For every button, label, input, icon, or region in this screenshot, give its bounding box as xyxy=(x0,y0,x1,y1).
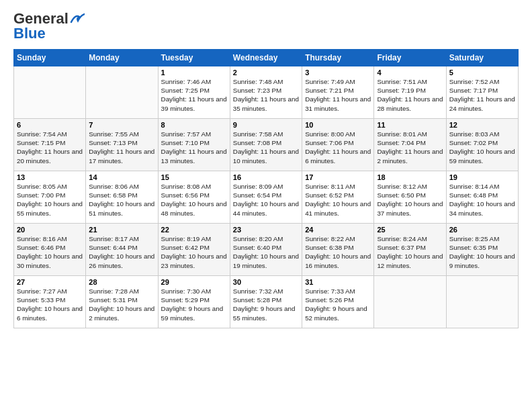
day-info: Sunrise: 8:06 AM Sunset: 6:58 PM Dayligh… xyxy=(89,182,154,218)
calendar-week-row: 1Sunrise: 7:46 AM Sunset: 7:25 PM Daylig… xyxy=(14,66,519,119)
day-info: Sunrise: 8:05 AM Sunset: 7:00 PM Dayligh… xyxy=(17,182,83,218)
col-monday: Monday xyxy=(86,50,158,66)
day-info: Sunrise: 8:12 AM Sunset: 6:50 PM Dayligh… xyxy=(377,182,443,218)
day-info: Sunrise: 8:09 AM Sunset: 6:54 PM Dayligh… xyxy=(233,182,299,218)
calendar-cell: 24Sunrise: 8:22 AM Sunset: 6:38 PM Dayli… xyxy=(302,224,374,276)
logo: General Blue xyxy=(13,10,85,42)
day-info: Sunrise: 7:30 AM Sunset: 5:29 PM Dayligh… xyxy=(161,287,227,322)
calendar-cell: 7Sunrise: 7:55 AM Sunset: 7:13 PM Daylig… xyxy=(86,119,158,171)
day-info: Sunrise: 8:01 AM Sunset: 7:04 PM Dayligh… xyxy=(377,130,443,165)
calendar-week-row: 20Sunrise: 8:16 AM Sunset: 6:46 PM Dayli… xyxy=(14,224,519,276)
day-info: Sunrise: 8:08 AM Sunset: 6:56 PM Dayligh… xyxy=(161,182,227,218)
day-number: 25 xyxy=(377,226,443,234)
day-number: 14 xyxy=(89,173,154,181)
calendar-week-row: 6Sunrise: 7:54 AM Sunset: 7:15 PM Daylig… xyxy=(14,119,519,171)
calendar-week-row: 27Sunrise: 7:27 AM Sunset: 5:33 PM Dayli… xyxy=(14,276,519,328)
day-info: Sunrise: 8:11 AM Sunset: 6:52 PM Dayligh… xyxy=(305,182,371,218)
day-number: 18 xyxy=(377,173,443,181)
day-info: Sunrise: 7:57 AM Sunset: 7:10 PM Dayligh… xyxy=(161,130,227,165)
calendar-cell: 25Sunrise: 8:24 AM Sunset: 6:37 PM Dayli… xyxy=(374,224,446,276)
day-info: Sunrise: 8:19 AM Sunset: 6:42 PM Dayligh… xyxy=(161,234,227,270)
day-number: 21 xyxy=(89,226,154,234)
day-info: Sunrise: 8:20 AM Sunset: 6:40 PM Dayligh… xyxy=(233,234,299,270)
day-number: 17 xyxy=(305,173,371,181)
calendar-cell: 11Sunrise: 8:01 AM Sunset: 7:04 PM Dayli… xyxy=(374,119,446,171)
day-info: Sunrise: 7:55 AM Sunset: 7:13 PM Dayligh… xyxy=(89,130,154,165)
day-number: 1 xyxy=(161,68,227,77)
calendar-cell: 28Sunrise: 7:28 AM Sunset: 5:31 PM Dayli… xyxy=(86,276,158,328)
day-number: 16 xyxy=(233,173,299,181)
day-number: 5 xyxy=(449,68,515,77)
col-thursday: Thursday xyxy=(302,50,374,66)
calendar-cell xyxy=(86,66,158,119)
calendar-cell: 30Sunrise: 7:32 AM Sunset: 5:28 PM Dayli… xyxy=(230,276,302,328)
col-sunday: Sunday xyxy=(14,50,86,66)
day-info: Sunrise: 8:22 AM Sunset: 6:38 PM Dayligh… xyxy=(305,234,371,270)
calendar-cell: 29Sunrise: 7:30 AM Sunset: 5:29 PM Dayli… xyxy=(158,276,230,328)
calendar-week-row: 13Sunrise: 8:05 AM Sunset: 7:00 PM Dayli… xyxy=(14,171,519,224)
calendar-table: Sunday Monday Tuesday Wednesday Thursday… xyxy=(13,49,519,328)
calendar-cell: 21Sunrise: 8:17 AM Sunset: 6:44 PM Dayli… xyxy=(86,224,158,276)
day-number: 27 xyxy=(17,278,83,286)
calendar-cell: 22Sunrise: 8:19 AM Sunset: 6:42 PM Dayli… xyxy=(158,224,230,276)
calendar-cell: 16Sunrise: 8:09 AM Sunset: 6:54 PM Dayli… xyxy=(230,171,302,224)
day-info: Sunrise: 8:16 AM Sunset: 6:46 PM Dayligh… xyxy=(17,234,83,270)
col-friday: Friday xyxy=(374,50,446,66)
day-info: Sunrise: 8:00 AM Sunset: 7:06 PM Dayligh… xyxy=(305,130,371,165)
day-info: Sunrise: 7:51 AM Sunset: 7:19 PM Dayligh… xyxy=(377,77,443,113)
col-saturday: Saturday xyxy=(446,50,518,66)
calendar-cell xyxy=(374,276,446,328)
calendar-header-row: Sunday Monday Tuesday Wednesday Thursday… xyxy=(14,50,519,66)
day-info: Sunrise: 7:46 AM Sunset: 7:25 PM Dayligh… xyxy=(161,77,227,113)
day-number: 23 xyxy=(233,226,299,234)
day-info: Sunrise: 7:58 AM Sunset: 7:08 PM Dayligh… xyxy=(233,130,299,165)
calendar-cell: 2Sunrise: 7:48 AM Sunset: 7:23 PM Daylig… xyxy=(230,66,302,119)
day-number: 22 xyxy=(161,226,227,234)
calendar-cell: 4Sunrise: 7:51 AM Sunset: 7:19 PM Daylig… xyxy=(374,66,446,119)
day-info: Sunrise: 8:25 AM Sunset: 6:35 PM Dayligh… xyxy=(449,234,515,270)
calendar-cell: 6Sunrise: 7:54 AM Sunset: 7:15 PM Daylig… xyxy=(14,119,86,171)
calendar-cell: 31Sunrise: 7:33 AM Sunset: 5:26 PM Dayli… xyxy=(302,276,374,328)
day-info: Sunrise: 8:17 AM Sunset: 6:44 PM Dayligh… xyxy=(89,234,154,270)
day-number: 29 xyxy=(161,278,227,286)
page: General Blue Sunday Monday Tuesday Wedne… xyxy=(0,0,532,411)
day-number: 20 xyxy=(17,226,83,234)
calendar-cell xyxy=(446,276,518,328)
calendar-cell: 5Sunrise: 7:52 AM Sunset: 7:17 PM Daylig… xyxy=(446,66,518,119)
day-number: 24 xyxy=(305,226,371,234)
calendar-cell: 15Sunrise: 8:08 AM Sunset: 6:56 PM Dayli… xyxy=(158,171,230,224)
day-number: 30 xyxy=(233,278,299,286)
calendar-cell: 17Sunrise: 8:11 AM Sunset: 6:52 PM Dayli… xyxy=(302,171,374,224)
calendar-cell: 12Sunrise: 8:03 AM Sunset: 7:02 PM Dayli… xyxy=(446,119,518,171)
calendar-cell: 14Sunrise: 8:06 AM Sunset: 6:58 PM Dayli… xyxy=(86,171,158,224)
day-number: 9 xyxy=(233,121,299,129)
day-info: Sunrise: 7:49 AM Sunset: 7:21 PM Dayligh… xyxy=(305,77,371,113)
day-info: Sunrise: 7:54 AM Sunset: 7:15 PM Dayligh… xyxy=(17,130,83,165)
day-number: 26 xyxy=(449,226,515,234)
day-number: 12 xyxy=(449,121,515,129)
col-tuesday: Tuesday xyxy=(158,50,230,66)
day-info: Sunrise: 7:28 AM Sunset: 5:31 PM Dayligh… xyxy=(89,287,154,322)
calendar-cell: 23Sunrise: 8:20 AM Sunset: 6:40 PM Dayli… xyxy=(230,224,302,276)
day-number: 3 xyxy=(305,68,371,77)
calendar-cell: 18Sunrise: 8:12 AM Sunset: 6:50 PM Dayli… xyxy=(374,171,446,224)
day-number: 8 xyxy=(161,121,227,129)
day-number: 2 xyxy=(233,68,299,77)
calendar-cell: 10Sunrise: 8:00 AM Sunset: 7:06 PM Dayli… xyxy=(302,119,374,171)
calendar-cell: 1Sunrise: 7:46 AM Sunset: 7:25 PM Daylig… xyxy=(158,66,230,119)
calendar-cell: 26Sunrise: 8:25 AM Sunset: 6:35 PM Dayli… xyxy=(446,224,518,276)
calendar-cell: 8Sunrise: 7:57 AM Sunset: 7:10 PM Daylig… xyxy=(158,119,230,171)
logo-bird-icon xyxy=(70,13,85,25)
day-info: Sunrise: 8:03 AM Sunset: 7:02 PM Dayligh… xyxy=(449,130,515,165)
day-number: 31 xyxy=(305,278,371,286)
day-number: 10 xyxy=(305,121,371,129)
logo-blue: Blue xyxy=(13,25,46,42)
calendar-cell: 9Sunrise: 7:58 AM Sunset: 7:08 PM Daylig… xyxy=(230,119,302,171)
calendar-cell: 3Sunrise: 7:49 AM Sunset: 7:21 PM Daylig… xyxy=(302,66,374,119)
day-info: Sunrise: 7:52 AM Sunset: 7:17 PM Dayligh… xyxy=(449,77,515,113)
day-info: Sunrise: 7:32 AM Sunset: 5:28 PM Dayligh… xyxy=(233,287,299,322)
calendar-cell: 27Sunrise: 7:27 AM Sunset: 5:33 PM Dayli… xyxy=(14,276,86,328)
header: General Blue xyxy=(13,10,519,42)
day-info: Sunrise: 7:27 AM Sunset: 5:33 PM Dayligh… xyxy=(17,287,83,322)
day-number: 11 xyxy=(377,121,443,129)
